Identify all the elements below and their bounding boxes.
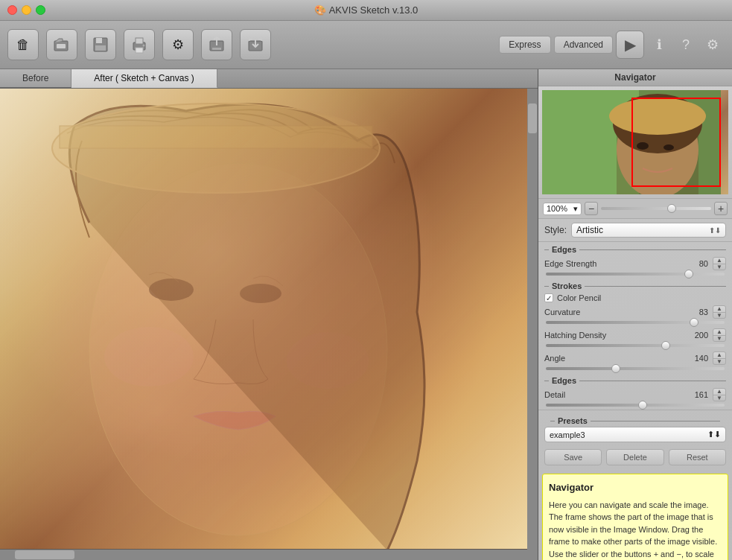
angle-row: Angle 140 ▲ ▼ (538, 350, 732, 366)
preset-reset-button[interactable]: Reset (669, 449, 726, 465)
print-button[interactable] (124, 29, 155, 60)
hatching-density-down[interactable]: ▼ (713, 336, 725, 342)
style-row: Style: Artistic ⬆⬇ (544, 223, 726, 238)
curvature-spinner[interactable]: ▲ ▼ (713, 305, 726, 319)
presets-select[interactable]: example3 ⬆⬇ (544, 427, 726, 442)
angle-value: 140 (686, 354, 708, 363)
app-icon: 🎨 (314, 4, 326, 16)
edge-strength-label: Edge Strength (544, 259, 681, 268)
zoom-minus-button[interactable]: − (585, 202, 598, 215)
edge-strength-down[interactable]: ▼ (713, 264, 725, 270)
window-title: 🎨 AKVIS Sketch v.13.0 (314, 4, 418, 16)
help-button[interactable]: ? (674, 33, 698, 57)
hatching-density-value: 200 (686, 331, 708, 340)
angle-spinner[interactable]: ▲ ▼ (713, 351, 726, 365)
detail-down[interactable]: ▼ (713, 395, 725, 401)
help-title: Navigator (549, 480, 722, 495)
maximize-button[interactable] (36, 5, 45, 15)
curvature-slider[interactable] (546, 321, 725, 324)
zoom-slider[interactable] (601, 207, 711, 210)
express-mode-button[interactable]: Express (499, 36, 550, 54)
edges-bottom-section: Edges Detail 161 ▲ ▼ (538, 373, 732, 410)
horizontal-scrollbar[interactable] (0, 550, 527, 560)
preset-value: example3 (550, 430, 585, 439)
image-panel: Before After ( Sketch + Canvas ) (0, 69, 538, 560)
edges-top-header: Edges (538, 242, 732, 255)
svg-rect-4 (95, 45, 106, 51)
color-pencil-label: Color Pencil (557, 293, 601, 302)
run-button[interactable]: ▶ (616, 31, 644, 59)
zoom-value: 100% (547, 204, 567, 213)
hatching-density-spinner[interactable]: ▲ ▼ (713, 328, 726, 342)
svg-rect-1 (57, 44, 66, 48)
hatching-density-label: Hatching Density (544, 331, 681, 340)
zoom-plus-button[interactable]: + (714, 202, 728, 215)
close-button[interactable] (7, 5, 17, 15)
angle-thumb[interactable] (611, 364, 620, 373)
help-section: Navigator Here you can navigate and scal… (542, 474, 728, 560)
zoom-slider-thumb[interactable] (667, 204, 676, 213)
titlebar: 🎨 AKVIS Sketch v.13.0 (0, 0, 732, 21)
help-text: Here you can navigate and scale the imag… (549, 499, 722, 561)
curvature-down[interactable]: ▼ (713, 313, 725, 319)
vertical-scrollbar[interactable] (527, 89, 538, 560)
edge-strength-thumb[interactable] (684, 270, 693, 279)
edges-bottom-header: Edges (538, 373, 732, 386)
navigator-header: Navigator (538, 69, 732, 86)
minimize-button[interactable] (22, 5, 31, 15)
curvature-label: Curvature (544, 308, 681, 316)
info-button[interactable]: ℹ (647, 33, 671, 57)
color-pencil-checkbox[interactable]: ✓ (544, 293, 553, 302)
tab-before[interactable]: Before (0, 69, 71, 88)
navigator-selection-box[interactable] (631, 98, 721, 187)
style-value: Artistic (576, 225, 603, 235)
sketch-image (0, 89, 529, 549)
preset-save-button[interactable]: Save (544, 449, 602, 465)
svg-rect-11 (212, 48, 221, 50)
preset-arrow: ⬆⬇ (707, 430, 721, 439)
trash-button[interactable]: 🗑 (7, 29, 39, 60)
canvas-area[interactable] (0, 89, 538, 560)
curvature-thumb[interactable] (690, 318, 698, 327)
angle-label: Angle (544, 354, 681, 363)
style-select[interactable]: Artistic ⬆⬇ (571, 223, 726, 238)
preset-delete-button[interactable]: Delete (606, 449, 663, 465)
tab-after[interactable]: After ( Sketch + Canvas ) (71, 69, 217, 88)
hatching-density-slider[interactable] (546, 344, 725, 347)
main-content: Before After ( Sketch + Canvas ) (0, 69, 732, 560)
angle-slider[interactable] (546, 367, 725, 370)
hatching-density-slider-row (538, 343, 732, 350)
action-buttons: Save Delete Reset (538, 449, 732, 470)
svg-rect-7 (136, 48, 143, 53)
toolbar: 🗑 ⚙ (0, 21, 732, 69)
strokes-section: Strokes ✓ Color Pencil Curvature 83 ▲ ▼ (538, 279, 732, 373)
edge-strength-row: Edge Strength 80 ▲ ▼ (538, 255, 732, 272)
navigator-section: Navigator (538, 69, 732, 199)
traffic-lights (7, 5, 45, 15)
edges-top-section: Edges Edge Strength 80 ▲ ▼ (538, 242, 732, 279)
app-title-text: AKVIS Sketch v.13.0 (329, 4, 418, 16)
curvature-slider-row (538, 320, 732, 327)
edge-strength-slider[interactable] (546, 273, 725, 276)
navigator-thumbnail[interactable] (542, 90, 728, 194)
detail-slider[interactable] (546, 404, 725, 407)
open-button[interactable] (46, 29, 77, 60)
save-button[interactable] (85, 29, 116, 60)
detail-slider-row (538, 403, 732, 410)
right-panel: Navigator (538, 69, 732, 560)
detail-thumb[interactable] (638, 401, 647, 410)
share-button[interactable] (240, 29, 271, 60)
advanced-mode-button[interactable]: Advanced (554, 36, 613, 54)
angle-down[interactable]: ▼ (713, 359, 725, 365)
svg-rect-6 (136, 38, 143, 44)
export-button[interactable] (201, 29, 232, 60)
preferences-button[interactable]: ⚙ (701, 33, 725, 57)
settings-button[interactable]: ⚙ (162, 29, 194, 60)
edge-strength-spinner[interactable]: ▲ ▼ (713, 257, 726, 270)
style-select-arrow: ⬆⬇ (709, 226, 721, 235)
style-label: Style: (544, 225, 567, 235)
tabs: Before After ( Sketch + Canvas ) (0, 69, 538, 89)
detail-spinner[interactable]: ▲ ▼ (713, 388, 726, 401)
zoom-dropdown[interactable]: 100% ▾ (543, 203, 582, 215)
hatching-density-thumb[interactable] (661, 341, 670, 350)
